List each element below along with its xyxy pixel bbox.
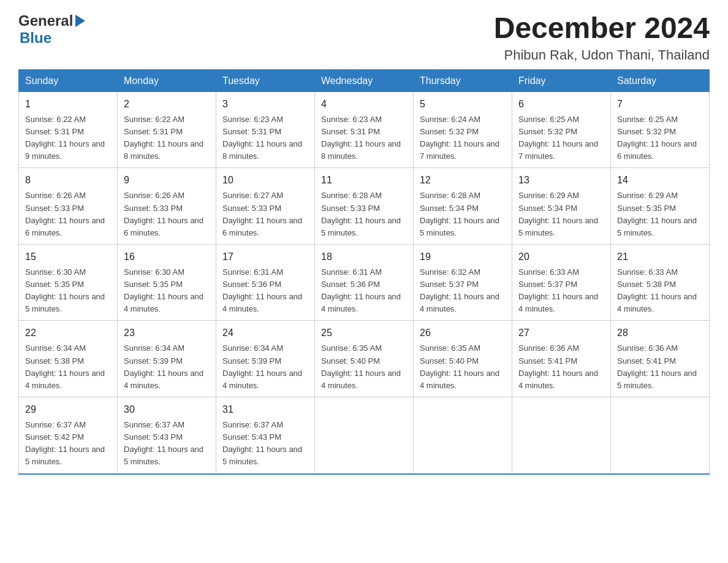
date-number: 24 [222, 326, 308, 340]
day-info: Sunrise: 6:37 AMSunset: 5:43 PMDaylight:… [222, 420, 302, 466]
day-info: Sunrise: 6:31 AMSunset: 5:36 PMDaylight:… [222, 267, 302, 313]
day-cell: 13 Sunrise: 6:29 AMSunset: 5:34 PMDaylig… [512, 168, 611, 245]
date-number: 26 [420, 326, 506, 340]
day-header-wednesday: Wednesday [315, 70, 414, 92]
day-cell: 28 Sunrise: 6:36 AMSunset: 5:41 PMDaylig… [611, 321, 710, 397]
day-cell [512, 397, 611, 474]
date-number: 28 [617, 326, 703, 340]
date-number: 21 [617, 250, 703, 264]
date-number: 20 [518, 250, 604, 264]
day-info: Sunrise: 6:34 AMSunset: 5:39 PMDaylight:… [222, 343, 302, 389]
day-info: Sunrise: 6:34 AMSunset: 5:39 PMDaylight:… [124, 343, 203, 389]
day-info: Sunrise: 6:25 AMSunset: 5:32 PMDaylight:… [518, 115, 598, 161]
day-cell: 19 Sunrise: 6:32 AMSunset: 5:37 PMDaylig… [414, 244, 512, 321]
day-cell [611, 397, 710, 474]
day-info: Sunrise: 6:37 AMSunset: 5:42 PMDaylight:… [25, 420, 105, 466]
date-number: 3 [222, 97, 308, 112]
day-cell [315, 397, 414, 474]
week-row-4: 22 Sunrise: 6:34 AMSunset: 5:38 PMDaylig… [19, 321, 710, 397]
day-cell: 2 Sunrise: 6:22 AMSunset: 5:31 PMDayligh… [118, 91, 216, 168]
day-info: Sunrise: 6:22 AMSunset: 5:31 PMDaylight:… [25, 115, 105, 161]
day-header-friday: Friday [512, 70, 611, 92]
date-number: 10 [222, 173, 308, 188]
title-block: December 2024 Phibun Rak, Udon Thani, Th… [494, 12, 710, 63]
day-info: Sunrise: 6:23 AMSunset: 5:31 PMDaylight:… [321, 115, 401, 161]
date-number: 15 [25, 250, 111, 264]
day-info: Sunrise: 6:22 AMSunset: 5:31 PMDaylight:… [124, 115, 203, 161]
date-number: 7 [617, 97, 703, 112]
date-number: 31 [222, 402, 308, 417]
day-cell: 27 Sunrise: 6:36 AMSunset: 5:41 PMDaylig… [512, 321, 611, 397]
day-cell: 7 Sunrise: 6:25 AMSunset: 5:32 PMDayligh… [611, 91, 710, 168]
logo: General Blue [18, 12, 85, 47]
date-number: 1 [25, 97, 111, 112]
day-cell: 23 Sunrise: 6:34 AMSunset: 5:39 PMDaylig… [118, 321, 216, 397]
day-info: Sunrise: 6:36 AMSunset: 5:41 PMDaylight:… [518, 343, 598, 389]
day-cell: 16 Sunrise: 6:30 AMSunset: 5:35 PMDaylig… [118, 244, 216, 321]
date-number: 9 [124, 173, 210, 188]
day-cell: 18 Sunrise: 6:31 AMSunset: 5:36 PMDaylig… [315, 244, 414, 321]
day-info: Sunrise: 6:28 AMSunset: 5:34 PMDaylight:… [420, 191, 499, 237]
day-cell: 3 Sunrise: 6:23 AMSunset: 5:31 PMDayligh… [216, 91, 315, 168]
day-info: Sunrise: 6:26 AMSunset: 5:33 PMDaylight:… [25, 191, 105, 237]
day-cell: 6 Sunrise: 6:25 AMSunset: 5:32 PMDayligh… [512, 91, 611, 168]
day-info: Sunrise: 6:36 AMSunset: 5:41 PMDaylight:… [617, 343, 697, 389]
day-cell [414, 397, 512, 474]
day-info: Sunrise: 6:33 AMSunset: 5:37 PMDaylight:… [518, 267, 598, 313]
day-cell: 1 Sunrise: 6:22 AMSunset: 5:31 PMDayligh… [19, 91, 118, 168]
day-info: Sunrise: 6:30 AMSunset: 5:35 PMDaylight:… [124, 267, 203, 313]
day-info: Sunrise: 6:29 AMSunset: 5:35 PMDaylight:… [617, 191, 697, 237]
day-cell: 9 Sunrise: 6:26 AMSunset: 5:33 PMDayligh… [118, 168, 216, 245]
date-number: 17 [222, 250, 308, 264]
day-header-sunday: Sunday [19, 70, 118, 92]
week-row-5: 29 Sunrise: 6:37 AMSunset: 5:42 PMDaylig… [19, 397, 710, 474]
location-subtitle: Phibun Rak, Udon Thani, Thailand [494, 47, 710, 63]
date-number: 27 [518, 326, 604, 340]
date-number: 19 [420, 250, 506, 264]
logo-blue-text: Blue [20, 29, 51, 47]
day-cell: 11 Sunrise: 6:28 AMSunset: 5:33 PMDaylig… [315, 168, 414, 245]
day-info: Sunrise: 6:31 AMSunset: 5:36 PMDaylight:… [321, 267, 401, 313]
day-info: Sunrise: 6:29 AMSunset: 5:34 PMDaylight:… [518, 191, 598, 237]
date-number: 5 [420, 97, 506, 112]
day-info: Sunrise: 6:35 AMSunset: 5:40 PMDaylight:… [420, 343, 499, 389]
day-cell: 25 Sunrise: 6:35 AMSunset: 5:40 PMDaylig… [315, 321, 414, 397]
day-cell: 21 Sunrise: 6:33 AMSunset: 5:38 PMDaylig… [611, 244, 710, 321]
day-cell: 30 Sunrise: 6:37 AMSunset: 5:43 PMDaylig… [118, 397, 216, 474]
month-title: December 2024 [494, 12, 710, 45]
week-row-1: 1 Sunrise: 6:22 AMSunset: 5:31 PMDayligh… [19, 91, 710, 168]
date-number: 14 [617, 173, 703, 188]
day-cell: 14 Sunrise: 6:29 AMSunset: 5:35 PMDaylig… [611, 168, 710, 245]
day-cell: 8 Sunrise: 6:26 AMSunset: 5:33 PMDayligh… [19, 168, 118, 245]
day-cell: 15 Sunrise: 6:30 AMSunset: 5:35 PMDaylig… [19, 244, 118, 321]
date-number: 2 [124, 97, 210, 112]
date-number: 13 [518, 173, 604, 188]
day-header-monday: Monday [118, 70, 216, 92]
day-cell: 24 Sunrise: 6:34 AMSunset: 5:39 PMDaylig… [216, 321, 315, 397]
day-header-thursday: Thursday [414, 70, 512, 92]
day-info: Sunrise: 6:33 AMSunset: 5:38 PMDaylight:… [617, 267, 697, 313]
date-number: 4 [321, 97, 407, 112]
day-cell: 10 Sunrise: 6:27 AMSunset: 5:33 PMDaylig… [216, 168, 315, 245]
day-info: Sunrise: 6:23 AMSunset: 5:31 PMDaylight:… [222, 115, 302, 161]
day-info: Sunrise: 6:24 AMSunset: 5:32 PMDaylight:… [420, 115, 499, 161]
day-info: Sunrise: 6:35 AMSunset: 5:40 PMDaylight:… [321, 343, 401, 389]
day-info: Sunrise: 6:30 AMSunset: 5:35 PMDaylight:… [25, 267, 105, 313]
calendar-table: SundayMondayTuesdayWednesdayThursdayFrid… [18, 69, 710, 475]
week-row-2: 8 Sunrise: 6:26 AMSunset: 5:33 PMDayligh… [19, 168, 710, 245]
day-header-saturday: Saturday [611, 70, 710, 92]
date-number: 12 [420, 173, 506, 188]
date-number: 30 [124, 402, 210, 417]
date-number: 8 [25, 173, 111, 188]
day-cell: 17 Sunrise: 6:31 AMSunset: 5:36 PMDaylig… [216, 244, 315, 321]
page-header: General Blue December 2024 Phibun Rak, U… [18, 12, 710, 63]
date-number: 22 [25, 326, 111, 340]
week-row-3: 15 Sunrise: 6:30 AMSunset: 5:35 PMDaylig… [19, 244, 710, 321]
day-cell: 12 Sunrise: 6:28 AMSunset: 5:34 PMDaylig… [414, 168, 512, 245]
day-info: Sunrise: 6:32 AMSunset: 5:37 PMDaylight:… [420, 267, 499, 313]
date-number: 11 [321, 173, 407, 188]
logo-general-text: General [18, 12, 73, 29]
date-number: 6 [518, 97, 604, 112]
day-cell: 29 Sunrise: 6:37 AMSunset: 5:42 PMDaylig… [19, 397, 118, 474]
day-info: Sunrise: 6:25 AMSunset: 5:32 PMDaylight:… [617, 115, 697, 161]
